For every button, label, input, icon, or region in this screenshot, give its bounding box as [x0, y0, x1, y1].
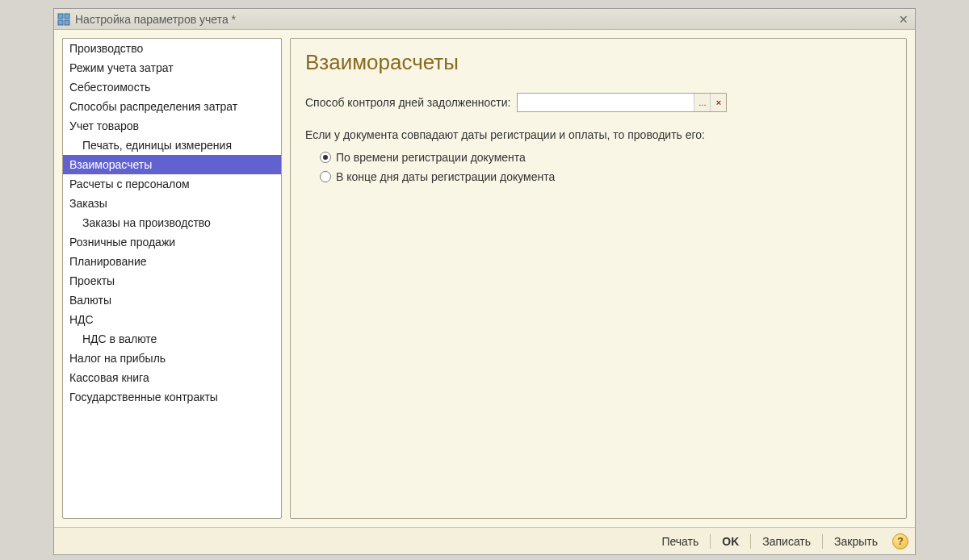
- sidebar-item-orders[interactable]: Заказы: [63, 194, 281, 213]
- sidebar-item-production[interactable]: Производство: [63, 39, 281, 58]
- close-button[interactable]: Закрыть: [826, 533, 886, 550]
- select-button[interactable]: ...: [694, 94, 710, 111]
- window-title: Настройка параметров учета *: [75, 13, 896, 26]
- separator: [710, 534, 711, 549]
- main-panel: Взаиморасчеты Способ контроля дней задол…: [290, 38, 907, 519]
- footer: Печать OK Записать Закрыть ?: [54, 527, 915, 554]
- body-area: Производство Режим учета затрат Себестои…: [54, 30, 915, 527]
- print-button[interactable]: Печать: [653, 533, 707, 550]
- sidebar-item-mutual-settlements[interactable]: Взаиморасчеты: [63, 155, 281, 174]
- radio-by-registration-time[interactable]: [320, 152, 331, 163]
- radio-group: По времени регистрации документа В конце…: [305, 151, 891, 183]
- sidebar-item-personnel-settlements[interactable]: Расчеты с персоналом: [63, 174, 281, 194]
- sidebar-item-cash-book[interactable]: Кассовая книга: [63, 368, 281, 387]
- save-button[interactable]: Записать: [754, 533, 819, 550]
- sidebar-item-print-units[interactable]: Печать, единицы измерения: [63, 136, 281, 155]
- sidebar-item-planning[interactable]: Планирование: [63, 252, 281, 271]
- svg-rect-2: [58, 20, 63, 25]
- clear-button[interactable]: ×: [710, 94, 726, 111]
- sidebar: Производство Режим учета затрат Себестои…: [62, 38, 282, 519]
- page-title: Взаиморасчеты: [305, 50, 891, 75]
- separator: [750, 534, 751, 549]
- sidebar-item-currencies[interactable]: Валюты: [63, 290, 281, 310]
- sidebar-item-cost-price[interactable]: Себестоимость: [63, 77, 281, 97]
- radio-row-end-of-day[interactable]: В конце дня даты регистрации документа: [320, 170, 891, 183]
- debt-control-input-group: ... ×: [517, 93, 727, 112]
- radio-label-1: По времени регистрации документа: [336, 151, 526, 164]
- sidebar-item-projects[interactable]: Проекты: [63, 271, 281, 290]
- sidebar-item-cost-distribution[interactable]: Способы распределения затрат: [63, 97, 281, 116]
- sidebar-item-vat-currency[interactable]: НДС в валюте: [63, 329, 281, 349]
- sidebar-item-income-tax[interactable]: Налог на прибыль: [63, 349, 281, 368]
- sidebar-item-goods-accounting[interactable]: Учет товаров: [63, 116, 281, 136]
- sidebar-item-production-orders[interactable]: Заказы на производство: [63, 213, 281, 232]
- sidebar-item-cost-mode[interactable]: Режим учета затрат: [63, 58, 281, 77]
- sidebar-item-gov-contracts[interactable]: Государственные контракты: [63, 387, 281, 407]
- ok-button[interactable]: OK: [714, 533, 747, 550]
- debt-control-input[interactable]: [518, 94, 694, 111]
- help-icon[interactable]: ?: [892, 533, 908, 550]
- app-icon: [57, 13, 70, 26]
- close-icon[interactable]: ✕: [896, 12, 912, 27]
- svg-rect-1: [65, 14, 69, 19]
- sidebar-item-vat[interactable]: НДС: [63, 310, 281, 329]
- svg-rect-0: [58, 14, 63, 19]
- separator: [822, 534, 823, 549]
- settings-window: Настройка параметров учета * ✕ Производс…: [53, 8, 916, 555]
- svg-rect-3: [65, 20, 69, 25]
- info-text: Если у документа совпадают даты регистра…: [305, 128, 891, 141]
- radio-label-2: В конце дня даты регистрации документа: [336, 170, 555, 183]
- titlebar: Настройка параметров учета * ✕: [54, 9, 915, 30]
- debt-control-row: Способ контроля дней задолженности: ... …: [305, 93, 891, 112]
- sidebar-item-retail-sales[interactable]: Розничные продажи: [63, 232, 281, 252]
- debt-control-label: Способ контроля дней задолженности:: [305, 96, 510, 109]
- radio-row-by-registration-time[interactable]: По времени регистрации документа: [320, 151, 891, 164]
- radio-end-of-day[interactable]: [320, 171, 331, 182]
